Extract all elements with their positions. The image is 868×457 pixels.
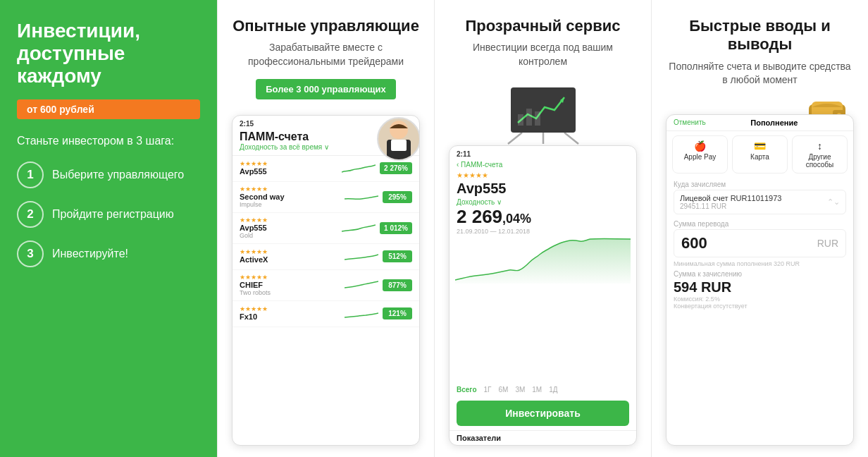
chart-tab[interactable]: 3М xyxy=(515,386,525,394)
date-range: 21.09.2010 — 12.01.2018 xyxy=(450,228,636,238)
account-name: Avp555 xyxy=(457,181,629,197)
panel1-subtitle: Станьте инвестором в 3 шага: xyxy=(17,133,200,149)
transfer-currency: RUR xyxy=(817,238,838,249)
panel-payments: Быстрые вводы и выводы Пополняйте счета … xyxy=(651,0,868,457)
svg-rect-10 xyxy=(535,111,540,126)
chart-tabs: Всего1Г6М3М1М1Д xyxy=(450,383,636,396)
panel2-title: Опытные управляющие xyxy=(232,17,420,35)
dest-amount: 29451.11 RUR xyxy=(680,202,781,210)
step-2: 2 Пройдите регистрацию xyxy=(17,201,200,228)
step-circle-1: 1 xyxy=(17,162,44,188)
step-text-2: Пройдите регистрацию xyxy=(52,207,174,222)
panel3-subtitle: Инвестиции всегда под вашим контролем xyxy=(449,41,637,68)
pamm-row: ★★★★★ Fx10 121% xyxy=(232,301,419,327)
dest-value: Лицевой счет RUR11011973 xyxy=(680,194,781,202)
pamm-row: ★★★★★ ActiveX 512% xyxy=(232,244,419,270)
result-area: Сумма к зачислению 594 RUR Комиссия: 2.5… xyxy=(666,270,853,310)
phone-time-2: 2:15 xyxy=(240,120,254,128)
pay-methods-row: 🍎Apple Pay💳Карта↕Другие способы xyxy=(666,131,853,178)
yield-label: Доходность ∨ xyxy=(450,198,636,206)
step-1: 1 Выберите управляющего xyxy=(17,162,200,188)
pay-method[interactable]: 🍎Apple Pay xyxy=(672,135,728,173)
chart-tab[interactable]: 1Д xyxy=(549,386,557,394)
pamm-row: ★★★★★ Second way Impulse 295% xyxy=(232,182,419,213)
panel1-badge: от 600 рублей xyxy=(17,99,200,119)
chart-tab[interactable]: 1М xyxy=(532,386,542,394)
dest-field: Куда зачисляем Лицевой счет RUR11011973 … xyxy=(666,178,853,217)
step-text-3: Инвестируйте! xyxy=(52,247,128,262)
svg-line-4 xyxy=(564,133,578,144)
svg-rect-2 xyxy=(391,140,407,151)
phone-screen-2: 2:15 ПАММ-счета Доходность за всё время … xyxy=(232,115,420,446)
cancel-btn[interactable]: Отменить xyxy=(674,118,706,126)
step-circle-2: 2 xyxy=(17,201,44,228)
step-circle-3: 3 xyxy=(17,240,44,267)
svg-line-3 xyxy=(508,133,522,144)
pamm-list: ★★★★★ Avp555 2 276% ★★★★★ Second way Imp… xyxy=(232,156,419,445)
phone-time-3: 2:11 xyxy=(450,146,636,159)
panel1-headline: Инвестиции, доступные каждому xyxy=(17,20,200,88)
panel-invest: Инвестиции, доступные каждому от 600 руб… xyxy=(0,0,217,457)
chart-tab[interactable]: 1Г xyxy=(484,386,492,394)
indicators-label: Показатели xyxy=(450,430,636,445)
step-3: 3 Инвестируйте! xyxy=(17,240,200,267)
panel2-subtitle: Зарабатывайте вместе с профессиональными… xyxy=(232,41,420,68)
svg-rect-9 xyxy=(526,109,532,126)
step-text-1: Выберите управляющего xyxy=(52,168,184,183)
yield-value: 2 269 xyxy=(457,206,502,228)
chart-tab[interactable]: Всего xyxy=(457,386,477,394)
topup-label: Пополнение xyxy=(750,118,798,127)
phone-screen-3: 2:11 ‹ ПАММ-счета ★★★★★ Avp555 Доходност… xyxy=(449,145,637,446)
transfer-value: 600 xyxy=(681,234,707,252)
panel-transparent: Прозрачный сервис Инвестиции всегда под … xyxy=(434,0,651,457)
pamm-row: ★★★★★ Avp555 Gold 1 012% xyxy=(232,213,419,244)
pamm-row: ★★★★★ CHIEF Two robots 877% xyxy=(232,270,419,301)
transfer-label: Сумма перевода xyxy=(666,220,853,229)
pay-method[interactable]: 💳Карта xyxy=(732,135,788,173)
min-hint: Минимальная сумма пополнения 320 RUR xyxy=(666,260,853,270)
svg-point-0 xyxy=(390,121,408,139)
yield-decimal: ,04% xyxy=(502,212,531,226)
invest-button[interactable]: Инвестировать xyxy=(457,401,629,426)
panel-traders: Опытные управляющие Зарабатывайте вместе… xyxy=(217,0,434,457)
panel2-badge: Более 3 000 управляющих xyxy=(256,79,395,99)
panel4-title: Быстрые вводы и выводы xyxy=(666,17,854,54)
blackboard-area xyxy=(449,79,637,145)
pay-method[interactable]: ↕Другие способы xyxy=(792,135,848,173)
svg-rect-8 xyxy=(518,114,523,126)
chart-tab[interactable]: 6М xyxy=(498,386,508,394)
phone-screen-4: Отменить Пополнение x 🍎Apple Pay💳Карта↕Д… xyxy=(666,114,854,446)
panel3-title: Прозрачный сервис xyxy=(449,17,637,35)
transfer-amount-row: 600 RUR xyxy=(674,229,846,257)
panel4-subtitle: Пополняйте счета и выводите средства в л… xyxy=(666,60,854,87)
